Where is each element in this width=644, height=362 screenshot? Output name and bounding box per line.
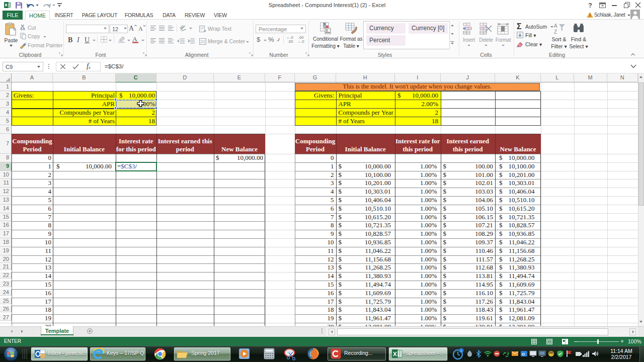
svg-text:A: A — [554, 23, 557, 29]
svg-text:Z: Z — [554, 29, 557, 35]
svg-text:O: O — [522, 352, 525, 356]
svg-text:i: i — [460, 349, 461, 353]
svg-text:A: A — [138, 25, 143, 32]
svg-text:ab: ab — [180, 24, 185, 30]
svg-text:→.0: →.0 — [297, 39, 304, 43]
svg-text:.00: .00 — [288, 39, 293, 43]
svg-text:A: A — [129, 25, 134, 32]
